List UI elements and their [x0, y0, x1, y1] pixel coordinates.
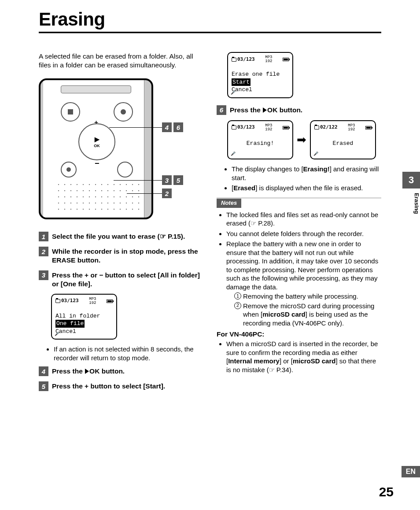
- chapter-label: Erasing: [402, 193, 420, 214]
- stop-button-icon: [61, 102, 80, 122]
- intro-text: A selected file can be erased from a fol…: [39, 52, 203, 70]
- for-model-heading: For VN-406PC:: [217, 330, 381, 339]
- mic-icon: 🎤: [313, 152, 318, 157]
- lcd-screen-erasing: 03/123 MP3192 Erasing! 🎤: [227, 120, 293, 160]
- step-3-note-list: If an action is not selected within 8 se…: [54, 345, 203, 362]
- step-2: 2 While the recorder is in stop mode, pr…: [39, 247, 203, 265]
- notes-badge: Notes: [217, 199, 241, 208]
- callout-3-5: 3 5: [162, 175, 183, 185]
- speaker-grille: [55, 181, 140, 214]
- step-4: 4 Press the OK button.: [39, 366, 203, 376]
- device-diagram-wrap: + ▶ OK − 4 6 3: [39, 78, 188, 219]
- aux-button-2-icon: [117, 162, 133, 177]
- arrow-right-icon: ➡: [297, 133, 306, 148]
- note-item: When a microSD card is inserted in the r…: [226, 340, 381, 374]
- mic-icon: 🎤: [231, 152, 236, 157]
- step-3: 3 Press the + or − button to select [All…: [39, 270, 203, 288]
- record-button-icon: [114, 102, 133, 122]
- page-number: 25: [379, 484, 394, 499]
- callout-2: 2: [162, 188, 172, 198]
- circled-1-icon: 1: [234, 292, 241, 299]
- callout-4-6: 4 6: [162, 122, 183, 132]
- left-column: A selected file can be erased from a fol…: [39, 52, 203, 396]
- circled-2-icon: 2: [234, 302, 241, 309]
- aux-button-1-icon: [61, 162, 77, 177]
- mic-icon: 🎤: [231, 90, 236, 96]
- notes-section: Notes The locked files and files set as …: [217, 198, 381, 374]
- result-bullets: The display changes to [Erasing!] and er…: [232, 165, 381, 192]
- play-icon: [263, 107, 267, 113]
- note-item: The locked files and files set as read-o…: [226, 211, 381, 228]
- play-icon: [85, 369, 89, 374]
- side-tab: 3 Erasing: [402, 172, 420, 214]
- step-1: 1 Select the file you want to erase (☞ P…: [39, 232, 203, 241]
- right-column: 03/123 MP3192 Erase one file Start Cance…: [217, 52, 381, 396]
- page-title: Erasing: [0, 0, 420, 32]
- step-5: 5 Press the + button to select [Start].: [39, 381, 203, 391]
- mic-icon: 🎤: [55, 332, 59, 337]
- note-item: You cannot delete folders through the re…: [226, 229, 381, 238]
- device-diagram: + ▶ OK −: [39, 78, 153, 219]
- language-badge: EN: [402, 466, 420, 477]
- minus-icon: −: [95, 159, 99, 169]
- lcd-screen-erased: 02/122 MP3192 Erased 🎤: [310, 120, 376, 160]
- lcd-screen-select: 03/123 MP3192 All in folder One file Can…: [51, 294, 117, 340]
- note-item: Replace the battery with a new one in or…: [226, 240, 381, 327]
- nav-ok-button-icon: ▶ OK: [78, 123, 115, 160]
- chapter-number: 3: [402, 172, 420, 188]
- lcd-erasing-sequence: 03/123 MP3192 Erasing! 🎤 ➡ 02/122 MP3192…: [227, 120, 381, 160]
- lcd-screen-start: 03/123 MP3192 Erase one file Start Cance…: [227, 52, 293, 98]
- step-6: 6 Press the OK button.: [217, 105, 381, 115]
